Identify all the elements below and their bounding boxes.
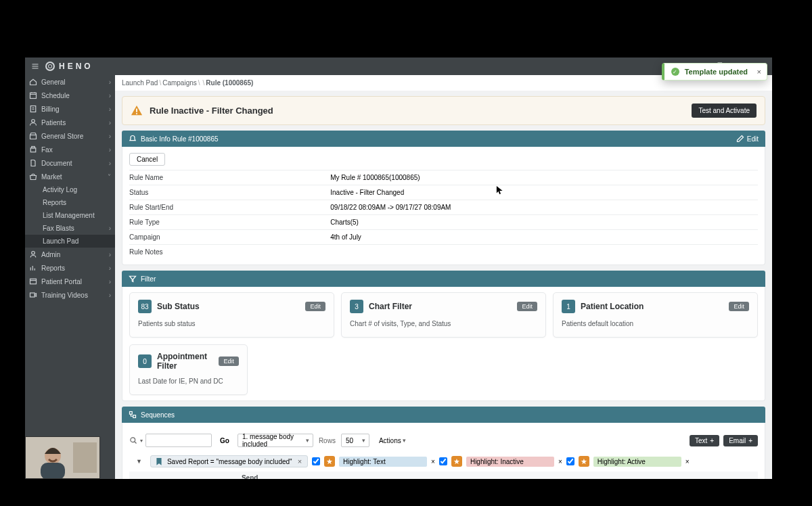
sidebar-label: Fax [41,146,53,154]
highlight-active-checkbox[interactable] [566,457,574,465]
test-activate-button[interactable]: Test and Activate [692,104,757,118]
chevron-right-icon: › [109,292,111,299]
highlight-inactive-label: Highlight: Inactive [466,457,554,467]
svg-rect-9 [30,279,37,284]
filter-card-chart-filter: 3Chart FilterEditChart # of visits, Type… [341,292,546,338]
warning-icon [131,105,143,117]
cancel-button[interactable]: Cancel [129,153,165,166]
chevron-right-icon: ˅ [108,173,111,181]
chevron-right-icon: › [109,225,111,232]
rule-status-alert: Rule Inactive - Filter Changed Test and … [122,96,765,125]
sidebar-item-reports[interactable]: Reports› [25,261,115,275]
filter-title: Filter [141,275,156,283]
remove-highlight-inactive[interactable]: × [558,458,562,465]
home-icon [29,78,37,86]
chevron-right-icon: › [109,119,111,127]
toast-close[interactable]: × [757,68,761,76]
sidebar-item-schedule[interactable]: Schedule› [25,89,115,102]
sidebar-sub-list-management[interactable]: List Management [25,209,115,222]
remove-saved-report[interactable]: × [296,457,303,465]
admin-icon [29,250,37,258]
svg-rect-15 [73,442,97,473]
sidebar-sub-launch-pad[interactable]: Launch Pad [25,235,115,248]
info-value [330,245,758,260]
edit-filter-button[interactable]: Edit [517,302,537,311]
text-button-label: Text [695,437,707,444]
info-key: Rule Start/End [129,200,330,215]
edit-basic-info[interactable]: Edit [736,135,759,143]
column-header[interactable]: Message Body [359,472,758,479]
plus-icon: + [748,437,752,444]
filter-card-sub-status: 83Sub StatusEditPatients sub status [129,292,334,338]
sidebar-item-training-videos[interactable]: Training Videos› [25,288,115,302]
sidebar-sub-fax-blasts[interactable]: Fax Blasts› [25,222,115,235]
add-text-button[interactable]: Text + [690,435,719,446]
breadcrumb-item[interactable]: Launch Pad [122,79,158,87]
sequences-header: Sequences [122,407,765,423]
column-header[interactable]: Edit [129,472,150,479]
calendar-icon [29,91,37,99]
saved-report-chip: Saved Report = "message body included" × [150,455,308,467]
sidebar-item-fax[interactable]: Fax› [25,143,115,156]
add-email-button[interactable]: Email + [723,435,758,446]
sidebar-item-admin[interactable]: Admin› [25,248,115,261]
chevron-down-icon[interactable]: ▾ [140,438,143,444]
store-icon [29,132,37,140]
svg-rect-10 [30,293,35,297]
sidebar-item-general[interactable]: General› [25,75,115,89]
highlight-active-label: Highlight: Active [593,457,681,467]
chevron-right-icon: › [109,106,111,113]
column-header[interactable]: Name [174,472,238,479]
column-header[interactable]: Send Delay [238,472,281,479]
chevron-right-icon: › [109,146,111,154]
report-select[interactable]: 1. message body included [238,434,313,447]
highlight-inactive-checkbox[interactable] [439,457,447,465]
svg-rect-7 [32,147,35,148]
sidebar-item-patient-portal[interactable]: Patient Portal› [25,275,115,288]
edit-filter-button[interactable]: Edit [219,356,239,366]
video-icon [29,291,37,299]
menu-toggle[interactable] [25,62,45,70]
rows-select[interactable]: 50 [341,434,369,447]
svg-rect-12 [133,415,136,418]
sidebar-label: Reports [41,264,65,272]
column-header[interactable]: Description [314,472,359,479]
svg-point-5 [32,120,35,123]
sidebar-label: Schedule [41,92,70,99]
chevron-right-icon: › [109,278,111,285]
chevron-right-icon: › [109,78,111,86]
sidebar-item-document[interactable]: Document› [25,156,115,170]
edit-filter-button[interactable]: Edit [729,302,749,311]
column-header[interactable]: Type [150,472,174,479]
sidebar-sub-activity-log[interactable]: Activity Log [25,183,115,196]
search-input[interactable] [145,434,212,447]
highlight-text-checkbox[interactable] [312,457,320,465]
chevron-right-icon: › [109,251,111,258]
column-header[interactable]: Subject [281,472,314,479]
go-button[interactable]: Go [217,437,232,444]
plus-icon: + [710,437,714,444]
sidebar-item-patients[interactable]: Patients› [25,116,115,129]
rows-label: Rows [319,437,336,444]
alert-title: Rule Inactive - Filter Changed [150,106,273,116]
doc-icon [29,159,37,167]
sidebar-sub-reports[interactable]: Reports [25,196,115,209]
sidebar-item-market[interactable]: Market˅ [25,170,115,183]
edit-filter-button[interactable]: Edit [305,302,325,311]
info-key: Rule Type [129,215,330,230]
chart-icon [29,264,37,272]
logo-icon [45,62,55,71]
sidebar-item-billing[interactable]: Billing› [25,102,115,116]
remove-highlight-text[interactable]: × [431,458,435,465]
sidebar-label: Billing [41,106,60,113]
info-value: 09/18/22 08:09AM -> 09/17/27 08:09AM [330,200,758,215]
filter-icon [129,275,137,283]
actions-menu[interactable]: Actions [375,434,409,447]
sidebar-label: Patients [41,119,66,127]
remove-highlight-active[interactable]: × [685,458,690,465]
sidebar-item-general-store[interactable]: General Store› [25,129,115,143]
sidebar-label: Document [41,160,72,167]
collapse-toggle[interactable]: ▼ [132,458,146,465]
breadcrumb-item[interactable]: Campaigns [162,79,197,87]
breadcrumb-item: Rule (1000865) [206,79,253,87]
